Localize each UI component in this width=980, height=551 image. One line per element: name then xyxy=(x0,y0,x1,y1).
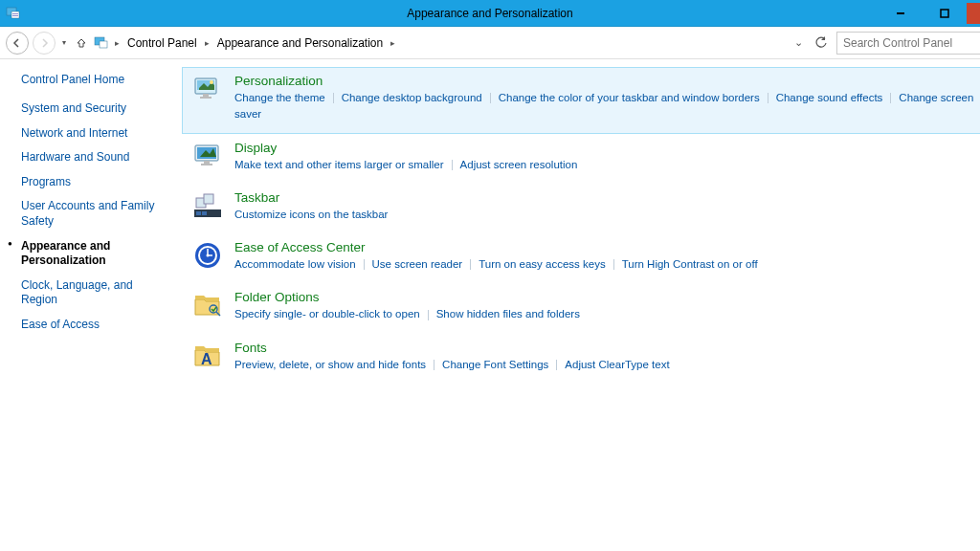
category-row: PersonalizationChange the themeChange de… xyxy=(182,67,980,134)
svg-rect-9 xyxy=(100,41,107,48)
sidebar-item[interactable]: Network and Internet xyxy=(21,126,172,142)
search-box[interactable] xyxy=(836,32,980,55)
svg-rect-26 xyxy=(204,194,213,204)
svg-rect-5 xyxy=(941,10,948,17)
category-title[interactable]: Personalization xyxy=(234,74,980,88)
sidebar-item[interactable]: System and Security xyxy=(21,101,172,117)
svg-rect-4 xyxy=(897,12,904,14)
address-dropdown-icon[interactable]: ⌄ xyxy=(791,35,806,51)
category-link[interactable]: Preview, delete, or show and hide fonts xyxy=(234,359,426,370)
sidebar-item[interactable]: Appearance and Personalization xyxy=(21,239,172,269)
window-controls xyxy=(879,3,980,24)
category-link[interactable]: Change the theme xyxy=(234,92,325,103)
breadcrumb-item[interactable]: Appearance and Personalization xyxy=(213,34,387,52)
sidebar-item[interactable]: Ease of Access xyxy=(21,318,172,333)
category-link[interactable]: Change sound effects xyxy=(776,92,883,103)
chevron-right-icon[interactable]: ▸ xyxy=(113,38,122,48)
sidebar-home[interactable]: Control Panel Home xyxy=(21,73,172,86)
category-link[interactable]: Accommodate low vision xyxy=(234,258,356,270)
control-panel-breadcrumb-icon xyxy=(94,35,109,51)
ease-icon[interactable] xyxy=(192,240,223,271)
sidebar-item[interactable]: Hardware and Sound xyxy=(21,150,172,165)
category-link[interactable]: Adjust screen resolution xyxy=(460,159,578,170)
category-row: Folder OptionsSpecify single- or double-… xyxy=(182,283,980,333)
svg-rect-2 xyxy=(12,13,18,14)
svg-rect-24 xyxy=(202,211,207,215)
breadcrumb-item[interactable]: Control Panel xyxy=(123,34,201,52)
link-divider xyxy=(613,259,614,270)
back-button[interactable] xyxy=(6,32,29,55)
svg-rect-23 xyxy=(196,211,201,215)
category-link[interactable]: Show hidden files and folders xyxy=(436,308,580,320)
link-divider xyxy=(333,93,334,103)
personalization-icon[interactable] xyxy=(192,74,223,104)
svg-text:A: A xyxy=(201,351,212,367)
category-links: Make text and other items larger or smal… xyxy=(234,157,980,173)
chevron-right-icon[interactable]: ▸ xyxy=(203,38,212,48)
svg-rect-1 xyxy=(11,11,19,18)
category-title[interactable]: Display xyxy=(234,141,980,155)
category-links: Specify single- or double-click to openS… xyxy=(234,306,980,322)
refresh-button[interactable] xyxy=(813,35,829,51)
search-input[interactable] xyxy=(843,36,980,50)
link-divider xyxy=(768,93,768,103)
category-link[interactable]: Specify single- or double-click to open xyxy=(234,308,420,320)
category-link[interactable]: Change desktop background xyxy=(342,92,482,103)
svg-rect-16 xyxy=(200,97,212,99)
category-links: Accommodate low visionUse screen readerT… xyxy=(234,256,980,273)
link-divider xyxy=(428,310,429,320)
category-link[interactable]: Use screen reader xyxy=(372,258,463,270)
content-area: PersonalizationChange the themeChange de… xyxy=(182,59,980,551)
category-row: Ease of Access CenterAccommodate low vis… xyxy=(182,233,980,283)
up-button[interactable] xyxy=(73,34,90,52)
svg-rect-21 xyxy=(201,164,212,165)
display-icon[interactable] xyxy=(192,141,223,171)
svg-rect-15 xyxy=(203,94,209,97)
sidebar-item[interactable]: User Accounts and Family Safety xyxy=(21,199,172,229)
category-row: AFontsPreview, delete, or show and hide … xyxy=(182,334,980,384)
category-links: Change the themeChange desktop backgroun… xyxy=(234,90,980,123)
folder-icon[interactable] xyxy=(192,290,223,320)
svg-point-14 xyxy=(210,80,213,84)
link-divider xyxy=(890,93,891,103)
fonts-icon[interactable]: A xyxy=(192,341,223,371)
history-dropdown-icon[interactable]: ▾ xyxy=(59,38,69,47)
category-link[interactable]: Make text and other items larger or smal… xyxy=(234,159,444,170)
category-link[interactable]: Turn High Contrast on or off xyxy=(622,258,758,270)
link-divider xyxy=(490,93,491,103)
category-link[interactable]: Customize icons on the taskbar xyxy=(234,209,388,220)
category-title[interactable]: Ease of Access Center xyxy=(234,240,980,254)
window-title: Appearance and Personalization xyxy=(407,7,572,20)
category-link[interactable]: Change the color of your taskbar and win… xyxy=(499,92,760,103)
link-divider xyxy=(434,360,434,370)
forward-button[interactable] xyxy=(33,32,56,55)
category-title[interactable]: Folder Options xyxy=(234,290,980,304)
svg-rect-20 xyxy=(204,161,210,164)
svg-point-32 xyxy=(207,254,210,257)
category-link[interactable]: Turn on easy access keys xyxy=(479,258,606,270)
category-link[interactable]: Change Font Settings xyxy=(442,359,548,370)
link-divider xyxy=(556,360,557,370)
category-title[interactable]: Fonts xyxy=(234,341,980,355)
sidebar: Control Panel Home System and SecurityNe… xyxy=(0,59,182,551)
sidebar-item[interactable]: Clock, Language, and Region xyxy=(21,278,172,308)
category-row: TaskbarCustomize icons on the taskbar xyxy=(182,184,980,233)
minimize-button[interactable] xyxy=(879,3,923,24)
chevron-right-icon[interactable]: ▸ xyxy=(389,38,397,48)
close-button[interactable] xyxy=(967,3,980,24)
category-link[interactable]: Adjust ClearType text xyxy=(565,359,669,370)
category-row: DisplayMake text and other items larger … xyxy=(182,134,980,184)
address-toolbar: ▾ ▸ Control Panel ▸ Appearance and Perso… xyxy=(0,27,980,59)
link-divider xyxy=(364,259,365,270)
window-titlebar: Appearance and Personalization xyxy=(0,0,980,27)
category-links: Preview, delete, or show and hide fontsC… xyxy=(234,357,980,373)
breadcrumb: ▸ Control Panel ▸ Appearance and Persona… xyxy=(113,34,787,52)
control-panel-icon xyxy=(6,6,21,21)
link-divider xyxy=(470,259,471,270)
category-title[interactable]: Taskbar xyxy=(234,190,980,205)
sidebar-item[interactable]: Programs xyxy=(21,175,172,190)
taskbar-icon[interactable] xyxy=(192,190,223,221)
maximize-button[interactable] xyxy=(923,3,967,24)
link-divider xyxy=(452,160,453,170)
category-links: Customize icons on the taskbar xyxy=(234,207,980,223)
